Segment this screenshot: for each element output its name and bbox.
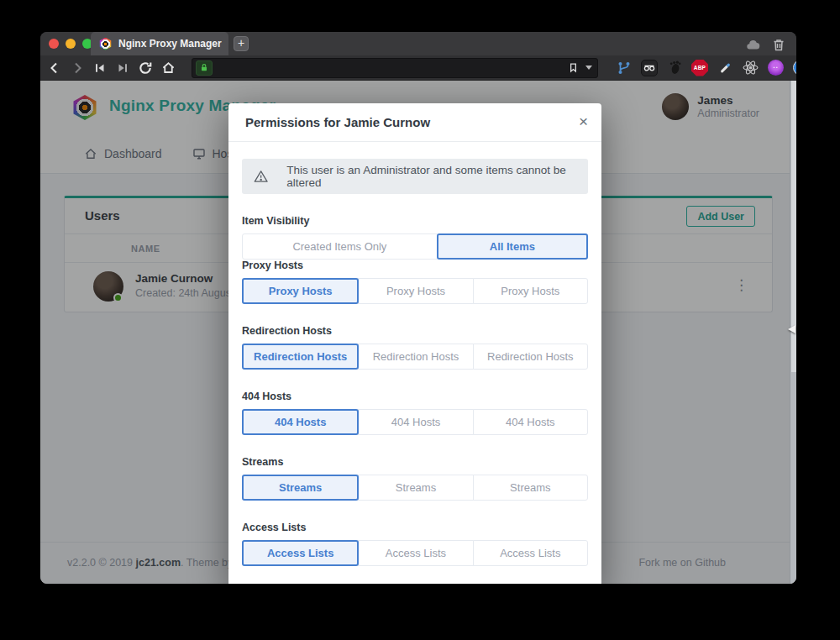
mouse-cursor xyxy=(788,325,795,333)
permission-option-button[interactable]: Proxy Hosts xyxy=(242,278,359,304)
permission-option-button[interactable]: 404 Hosts xyxy=(358,409,473,435)
permission-section: Access Lists Access Lists Access Lists A… xyxy=(242,522,588,566)
close-window-button[interactable] xyxy=(49,39,59,49)
bookmark-caret-icon[interactable] xyxy=(585,66,592,70)
modal-title: Permissions for Jamie Curnow xyxy=(245,115,430,129)
window-controls xyxy=(49,39,92,49)
permission-button-group: 404 Hosts 404 Hosts 404 Hosts xyxy=(242,409,588,435)
section-label: Redirection Hosts xyxy=(242,325,588,337)
section-label: Streams xyxy=(242,456,588,468)
permission-sections: Proxy Hosts Proxy Hosts Proxy Hosts Prox… xyxy=(242,260,588,566)
permission-option-button[interactable]: Streams xyxy=(473,475,588,501)
section-label: Proxy Hosts xyxy=(242,260,588,271)
permission-option-button[interactable]: 404 Hosts xyxy=(473,409,588,435)
permission-section: 404 Hosts 404 Hosts 404 Hosts 404 Hosts xyxy=(242,391,588,435)
permission-option-button[interactable]: Redirection Hosts xyxy=(358,344,473,370)
permission-section: Proxy Hosts Proxy Hosts Proxy Hosts Prox… xyxy=(242,260,588,304)
visibility-option-button[interactable]: All Items xyxy=(437,233,588,260)
permission-button-group: Proxy Hosts Proxy Hosts Proxy Hosts xyxy=(242,278,588,304)
permission-option-button[interactable]: Redirection Hosts xyxy=(473,344,588,370)
permission-option-button[interactable]: 404 Hosts xyxy=(242,409,359,435)
permission-option-button[interactable]: Streams xyxy=(358,475,473,501)
bookmark-icon[interactable] xyxy=(565,60,580,76)
section-label: Item Visibility xyxy=(242,215,588,227)
address-bar[interactable] xyxy=(192,58,598,78)
section-label: Access Lists xyxy=(242,522,588,533)
downloads-cloud-icon[interactable] xyxy=(746,37,761,52)
reload-button[interactable] xyxy=(138,60,153,76)
permission-option-button[interactable]: Proxy Hosts xyxy=(358,278,473,304)
gnome-foot-extension-icon[interactable] xyxy=(666,60,683,76)
permission-option-button[interactable]: Streams xyxy=(242,475,359,501)
purple-bot-extension-icon[interactable] xyxy=(767,60,784,76)
permission-option-button[interactable]: Redirection Hosts xyxy=(242,344,359,370)
ssl-lock-icon[interactable] xyxy=(196,60,213,76)
npm-favicon-icon xyxy=(99,38,112,50)
skip-back-button[interactable] xyxy=(92,60,108,76)
tab-title: Nginx Proxy Manager xyxy=(118,38,222,50)
adblock-plus-extension-icon[interactable]: ABP xyxy=(691,60,708,76)
permission-option-button[interactable]: Access Lists xyxy=(473,540,588,566)
modal-header: Permissions for Jamie Curnow × xyxy=(228,103,601,142)
browser-toolbar: ABP xyxy=(40,55,796,81)
home-button[interactable] xyxy=(160,60,176,76)
permission-section: Streams Streams Streams Streams xyxy=(242,456,588,501)
permission-section: Redirection Hosts Redirection Hosts Redi… xyxy=(242,325,588,370)
visibility-option-button[interactable]: Created Items Only xyxy=(242,233,438,260)
forward-button[interactable] xyxy=(70,60,85,76)
permission-button-group: Streams Streams Streams xyxy=(242,475,588,501)
privacy-badger-extension-icon[interactable] xyxy=(792,60,796,76)
item-visibility-group: Created Items Only All Items xyxy=(242,233,588,260)
new-tab-button[interactable]: + xyxy=(234,36,249,51)
warning-triangle-icon xyxy=(254,169,268,184)
browser-tab[interactable]: Nginx Proxy Manager xyxy=(91,32,228,55)
item-visibility-section: Item Visibility Created Items Only All I… xyxy=(242,215,588,260)
close-icon[interactable]: × xyxy=(579,113,588,131)
minimize-window-button[interactable] xyxy=(66,39,76,49)
permission-option-button[interactable]: Proxy Hosts xyxy=(473,278,588,304)
permission-option-button[interactable]: Access Lists xyxy=(358,540,473,566)
section-label: 404 Hosts xyxy=(242,391,588,402)
permission-button-group: Redirection Hosts Redirection Hosts Redi… xyxy=(242,344,588,370)
trash-icon[interactable] xyxy=(771,37,786,52)
extension-icons: ABP xyxy=(616,60,796,76)
permissions-modal: Permissions for Jamie Curnow × This user… xyxy=(228,103,601,584)
admin-warning-alert: This user is an Administrator and some i… xyxy=(242,159,588,194)
screenshot-stage: Nginx Proxy Manager + xyxy=(0,0,840,640)
browser-tab-bar: Nginx Proxy Manager + xyxy=(40,32,796,55)
alert-text: This user is an Administrator and some i… xyxy=(286,164,576,189)
permission-button-group: Access Lists Access Lists Access Lists xyxy=(242,540,588,566)
browser-window: Nginx Proxy Manager + xyxy=(40,32,796,584)
page-viewport: Nginx Proxy Manager James Administrator … xyxy=(40,81,796,584)
permission-option-button[interactable]: Access Lists xyxy=(242,540,359,566)
color-picker-extension-icon[interactable] xyxy=(717,60,733,76)
modal-body: This user is an Administrator and some i… xyxy=(228,142,601,580)
skip-forward-button[interactable] xyxy=(115,60,130,76)
git-branch-extension-icon[interactable] xyxy=(616,60,633,76)
back-button[interactable] xyxy=(47,60,62,76)
atom-extension-icon[interactable] xyxy=(742,60,759,76)
goggles-extension-icon[interactable] xyxy=(641,60,658,76)
